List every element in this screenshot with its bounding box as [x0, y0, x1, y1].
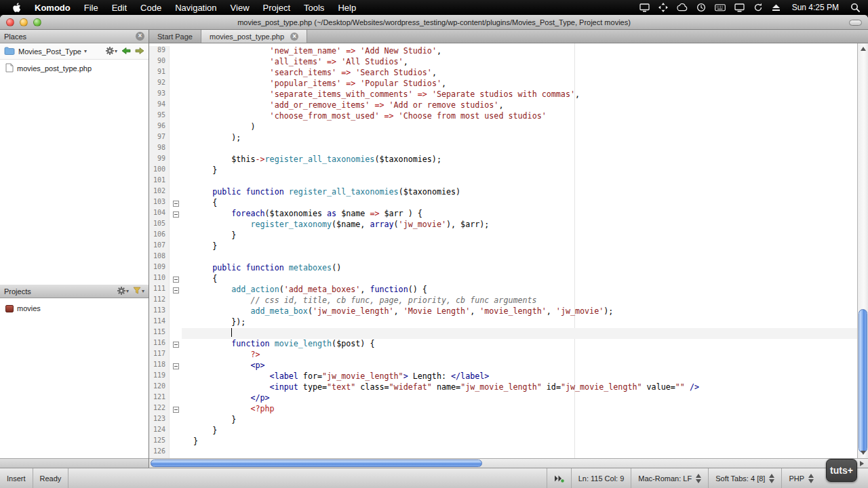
line-number[interactable]: 99: [149, 155, 170, 165]
fold-collapse-icon[interactable]: [173, 342, 179, 348]
line-number[interactable]: 107: [149, 241, 170, 252]
line-number[interactable]: 90: [149, 57, 170, 68]
line-number[interactable]: 115: [149, 328, 170, 339]
line-number[interactable]: 120: [149, 382, 170, 393]
menu-code[interactable]: Code: [134, 0, 168, 15]
syntax-check-icon[interactable]: [547, 468, 571, 488]
line-number[interactable]: 124: [149, 426, 170, 436]
menu-tools[interactable]: Tools: [297, 0, 331, 15]
code-line[interactable]: 113 add_meta_box('jw_movie_length', 'Mov…: [149, 306, 857, 317]
code-line[interactable]: 125}: [149, 436, 857, 447]
fold-collapse-icon[interactable]: [173, 277, 179, 283]
code-line[interactable]: 115: [149, 328, 857, 339]
code-line[interactable]: 89 'new_item_name' => 'Add New Studio',: [149, 46, 857, 57]
line-number[interactable]: 112: [149, 296, 170, 306]
chevron-down-icon[interactable]: ▾: [84, 48, 87, 54]
line-number[interactable]: 106: [149, 230, 170, 241]
code-line[interactable]: 102 public function register_all_taxonom…: [149, 187, 857, 198]
menu-navigation[interactable]: Navigation: [168, 0, 223, 15]
code-line[interactable]: 114 });: [149, 317, 857, 328]
places-gear-group[interactable]: ▾: [106, 47, 117, 56]
code-line[interactable]: 93 'separate_items_with_comments' => 'Se…: [149, 89, 857, 100]
code-line[interactable]: 92 'popular_items' => 'Popular Studios',: [149, 79, 857, 89]
line-number[interactable]: 118: [149, 361, 170, 371]
line-number[interactable]: 103: [149, 198, 170, 209]
menu-clock[interactable]: Sun 4:25 PM: [789, 3, 842, 12]
line-number[interactable]: 97: [149, 133, 170, 144]
indent-settings-selector[interactable]: Soft Tabs: 4 [8]: [708, 468, 781, 488]
code-line[interactable]: 116 function movie_length($post) {: [149, 339, 857, 350]
fold-collapse-icon[interactable]: [173, 407, 179, 413]
zoom-window-button[interactable]: [33, 18, 41, 26]
time-machine-icon[interactable]: [696, 3, 706, 12]
line-number[interactable]: 117: [149, 350, 170, 361]
line-number[interactable]: 113: [149, 306, 170, 317]
line-number[interactable]: 89: [149, 46, 170, 57]
line-number[interactable]: 110: [149, 274, 170, 285]
places-folder-selector[interactable]: Movies_Post_Type: [18, 47, 81, 56]
sync-icon[interactable]: [753, 3, 763, 12]
back-icon[interactable]: [121, 47, 131, 56]
line-number[interactable]: 109: [149, 263, 170, 274]
fold-collapse-icon[interactable]: [173, 287, 179, 293]
line-number[interactable]: 100: [149, 165, 170, 176]
eject-icon[interactable]: [772, 4, 781, 12]
projects-filter-group[interactable]: ▾: [133, 287, 144, 296]
horizontal-scroll-thumb[interactable]: [151, 460, 482, 467]
move-arrows-icon[interactable]: [658, 3, 668, 12]
code-line[interactable]: 106 }: [149, 230, 857, 241]
code-line[interactable]: 122 <?php: [149, 404, 857, 415]
line-number[interactable]: 102: [149, 187, 170, 198]
tab-close-icon[interactable]: ×: [290, 33, 298, 41]
line-number[interactable]: 101: [149, 176, 170, 187]
line-number[interactable]: 121: [149, 393, 170, 404]
line-number[interactable]: 116: [149, 339, 170, 350]
code-line[interactable]: 100 }: [149, 165, 857, 176]
menu-edit[interactable]: Edit: [105, 0, 134, 15]
title-bar[interactable]: movies_post_type.php (~/Desktop/Websites…: [0, 15, 868, 30]
line-number[interactable]: 92: [149, 79, 170, 89]
code-line[interactable]: 112 // css id, title, cb func, page, pri…: [149, 296, 857, 306]
line-number[interactable]: 123: [149, 415, 170, 426]
code-line[interactable]: 124 }: [149, 426, 857, 436]
line-number[interactable]: 119: [149, 371, 170, 382]
code-line[interactable]: 118 <p>: [149, 361, 857, 371]
menu-help[interactable]: Help: [331, 0, 363, 15]
scroll-right-arrow[interactable]: [860, 461, 864, 466]
spotlight-icon[interactable]: [850, 3, 860, 12]
menu-file[interactable]: File: [77, 0, 105, 15]
line-number[interactable]: 96: [149, 122, 170, 133]
line-number[interactable]: 126: [149, 447, 170, 458]
keyboard-icon[interactable]: [715, 4, 726, 12]
file-item[interactable]: movies_post_type.php: [0, 62, 149, 75]
code-line[interactable]: 109 public function metaboxes(): [149, 263, 857, 274]
code-line[interactable]: 120 <input type="text" class="widefat" n…: [149, 382, 857, 393]
line-number[interactable]: 122: [149, 404, 170, 415]
fold-collapse-icon[interactable]: [173, 211, 179, 218]
code-line[interactable]: 94 'add_or_remove_items' => 'Add or remo…: [149, 100, 857, 111]
minimize-window-button[interactable]: [20, 18, 28, 26]
code-line[interactable]: 90 'all_items' => 'All Studios',: [149, 57, 857, 68]
code-line[interactable]: 103 {: [149, 198, 857, 209]
scroll-up-arrow[interactable]: [858, 44, 868, 54]
display-icon[interactable]: [734, 3, 745, 12]
encoding-selector[interactable]: Mac-Roman: LF: [631, 468, 708, 488]
projects-gear-group[interactable]: ▾: [117, 287, 129, 296]
code-line[interactable]: 96 ): [149, 122, 857, 133]
line-number[interactable]: 105: [149, 220, 170, 230]
horizontal-scrollbar[interactable]: [149, 458, 868, 468]
places-close-icon[interactable]: ×: [136, 32, 144, 41]
fold-collapse-icon[interactable]: [173, 201, 179, 207]
code-line[interactable]: 119 <label for="jw_movie_length"> Length…: [149, 371, 857, 382]
apple-menu[interactable]: [5, 3, 28, 13]
code-line[interactable]: 91 'search_items' => 'Search Studios',: [149, 68, 857, 79]
code-line[interactable]: 97 );: [149, 133, 857, 144]
vertical-scroll-thumb[interactable]: [859, 309, 867, 453]
line-number[interactable]: 95: [149, 111, 170, 122]
menu-view[interactable]: View: [224, 0, 256, 15]
line-number[interactable]: 108: [149, 252, 170, 263]
language-selector[interactable]: PHP: [781, 468, 821, 488]
code-line[interactable]: 101: [149, 176, 857, 187]
line-number[interactable]: 98: [149, 144, 170, 155]
tab-movies-post-type[interactable]: movies_post_type.php ×: [201, 30, 307, 43]
